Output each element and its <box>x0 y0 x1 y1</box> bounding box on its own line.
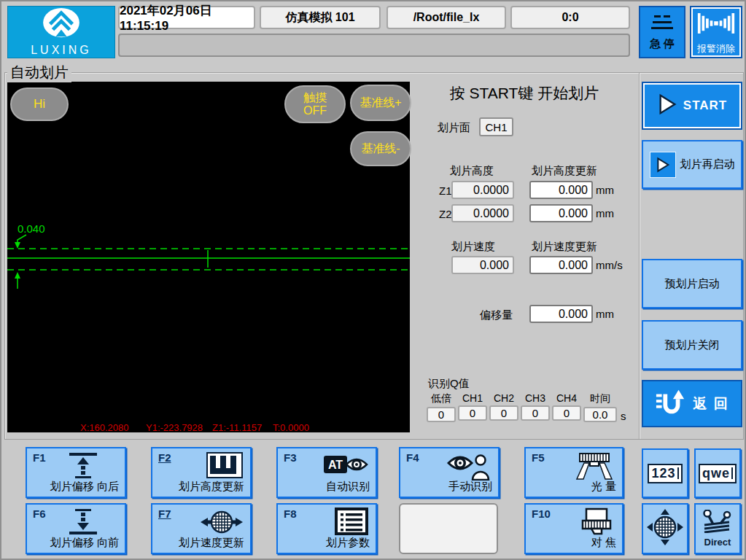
fkey-f2-height-update[interactable]: F2 划片高度更新 <box>151 447 252 498</box>
q-value-time: 0.0 <box>583 407 617 422</box>
wafer-jog-icon <box>646 508 684 549</box>
logo-icon <box>39 7 84 42</box>
q-col-ch3: CH3 0 <box>521 392 550 421</box>
speed-unit: mm/s <box>596 259 623 271</box>
alarm-clear-icon <box>696 9 736 40</box>
fkey-f7-speed-update[interactable]: F7 划片速度更新 <box>151 503 252 554</box>
start-button[interactable]: START <box>642 82 742 130</box>
z1-label: Z1 <box>439 184 452 197</box>
wafer-jog-button[interactable] <box>642 503 688 554</box>
pre-dicing-start-button[interactable]: 预划片启动 <box>642 259 742 308</box>
q-value-ch2: 0 <box>489 405 518 421</box>
offset-unit: mm <box>596 308 614 320</box>
offset-label: 偏移量 <box>480 308 513 322</box>
machine-ui-window: LUXING 2021年02月06日 11:15:19 仿真模拟 101 /Ro… <box>0 0 746 560</box>
speed-header: 划片速度 <box>451 240 495 254</box>
direct-label: Direct <box>704 537 731 548</box>
back-button[interactable]: 返 回 <box>642 380 742 427</box>
alarm-clear-label: 报警消除 <box>697 42 735 55</box>
surface-label: 划片面 <box>438 121 470 135</box>
q-value-title: 识别Q值 <box>428 377 470 391</box>
z2-height-field: 0.0000 <box>451 204 514 222</box>
comb-icon <box>206 451 243 482</box>
emergency-stop-button[interactable]: 急 停 <box>639 6 685 58</box>
parameter-list-icon <box>335 508 368 538</box>
q-value-row: 低倍 0 CH1 0 CH2 0 CH3 0 CH4 0 时间 0.0 s <box>427 392 626 422</box>
fkey-f3-auto-recognition[interactable]: F3 AT 自动识别 <box>276 447 377 498</box>
z1-height-field: 0.0000 <box>451 181 514 199</box>
dicing-restart-label: 划片再启动 <box>680 158 735 171</box>
camera-view[interactable]: Hi 触摸 OFF 基准线+ 基准线- 0.040 X:160.2080 Y1:… <box>7 82 410 432</box>
pre-dicing-close-button[interactable]: 预划片关闭 <box>642 320 742 370</box>
height-header: 划片高度 <box>450 164 494 178</box>
q-col-ch1: CH1 0 <box>458 392 487 421</box>
auto-eye-icon: AT <box>323 451 368 481</box>
q-col-ch4: CH4 0 <box>552 392 581 421</box>
emergency-stop-icon <box>648 14 677 34</box>
q-value-lowmag: 0 <box>427 407 456 422</box>
logo-button[interactable]: LUXING <box>7 6 115 58</box>
surface-channel-selector[interactable]: CH1 <box>479 117 513 136</box>
mode-button[interactable]: 仿真模拟 101 <box>260 6 381 29</box>
manual-eye-person-icon <box>447 451 491 483</box>
q-col-lowmag: 低倍 0 <box>427 392 456 422</box>
fkey-f4-manual-recognition[interactable]: F4 手动识别 <box>399 447 500 498</box>
panel-separator <box>639 73 640 439</box>
back-label: 返 回 <box>693 394 728 413</box>
q-col-time: 时间 0.0 <box>583 392 617 422</box>
q-time-unit: s <box>621 410 626 422</box>
fkey-f10-focus[interactable]: F10 对 焦 <box>524 503 623 554</box>
pre-dicing-start-label: 预划片启动 <box>665 277 720 291</box>
fkey-f5-light-amount[interactable]: F5 光 量 <box>524 447 623 498</box>
dicing-restart-button[interactable]: 划片再启动 <box>642 140 742 189</box>
fkey-f1-offset-back[interactable]: F1 划片偏移 向后 <box>26 447 126 498</box>
arrow-down-dashed-icon <box>66 508 100 540</box>
speed-update-input[interactable]: 0.000 <box>529 256 593 274</box>
play-small-icon <box>650 152 676 178</box>
alarm-clear-button[interactable]: 报警消除 <box>690 6 742 58</box>
coord-y1: Y1:-223.7928 <box>146 422 203 433</box>
datetime-display: 2021年02月06日 11:15:19 <box>118 6 255 29</box>
start-label: START <box>683 98 727 113</box>
svg-text:AT: AT <box>328 459 343 471</box>
z2-height-update-input[interactable]: 0.000 <box>529 204 593 222</box>
q-col-ch2: CH2 0 <box>489 392 518 421</box>
offset-input[interactable]: 0.000 <box>529 305 593 323</box>
file-path-button[interactable]: /Root/file_lx <box>386 6 506 29</box>
coord-t: T:0.0000 <box>273 422 309 433</box>
joystick-icon <box>702 510 734 536</box>
emergency-stop-label: 急 停 <box>650 37 675 51</box>
speed-field: 0.000 <box>451 256 514 274</box>
text-keyboard-button[interactable]: qwe <box>694 448 741 498</box>
group-title: 自动划片 <box>7 63 71 82</box>
play-icon <box>657 93 677 118</box>
q-value-ch4: 0 <box>552 405 581 421</box>
numpad-icon: 123 <box>648 464 682 483</box>
z1-unit: mm <box>596 184 614 196</box>
numeric-keypad-button[interactable]: 123 <box>642 448 688 498</box>
counter-button[interactable]: 0:0 <box>510 6 630 29</box>
speed-update-header: 划片速度更新 <box>532 240 597 254</box>
z2-unit: mm <box>596 207 614 219</box>
pre-dicing-close-label: 预划片关闭 <box>665 338 720 352</box>
coord-z1: Z1:-11.1157 <box>212 422 262 433</box>
q-value-ch1: 0 <box>458 405 487 421</box>
z1-height-update-input[interactable]: 0.000 <box>529 181 593 199</box>
fkey-f9-blank[interactable] <box>399 503 498 554</box>
q-value-ch3: 0 <box>521 405 550 421</box>
z2-label: Z2 <box>439 208 452 220</box>
coord-x: X:160.2080 <box>80 422 129 433</box>
keyboard-icon: qwe <box>699 464 737 483</box>
lamp-icon <box>574 451 615 483</box>
arrow-up-dashed-icon <box>66 451 100 483</box>
camera-overlay: 0.040 <box>7 82 410 432</box>
fkey-f8-parameters[interactable]: F8 划片参数 <box>276 503 377 554</box>
direct-mode-button[interactable]: Direct <box>694 503 741 554</box>
return-arrow-icon <box>655 388 687 420</box>
start-instruction: 按 START键 开始划片 <box>410 83 639 104</box>
height-update-header: 划片高度更新 <box>532 164 597 178</box>
wafer-move-icon <box>199 508 244 540</box>
measure-value: 0.040 <box>18 222 45 235</box>
logo-label: LUXING <box>31 44 92 57</box>
fkey-f6-offset-forward[interactable]: F6 划片偏移 向前 <box>26 503 126 554</box>
